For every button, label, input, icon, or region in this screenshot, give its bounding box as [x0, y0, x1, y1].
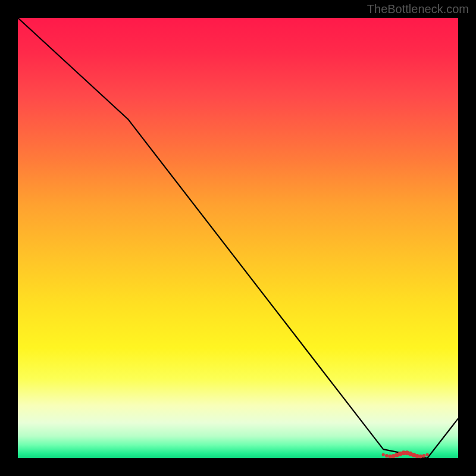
attribution-text: TheBottleneck.com: [367, 2, 469, 16]
chart-plot-area: [18, 18, 458, 458]
